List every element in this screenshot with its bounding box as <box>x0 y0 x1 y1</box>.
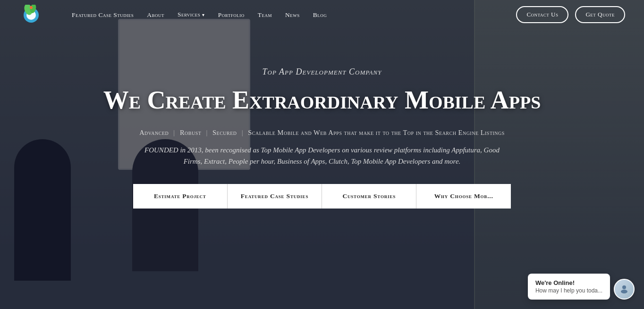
tagline-robust: Robust <box>180 129 201 136</box>
hero-title: We Create Extraordinary Mobile Apps <box>19 85 625 115</box>
logo-icon <box>19 5 43 25</box>
svg-point-5 <box>622 285 626 289</box>
separator-2: | <box>206 129 210 136</box>
nav-link-blog[interactable]: Blog <box>313 11 327 18</box>
nav-action-buttons: Contact Us Get Quote <box>516 6 625 23</box>
nav-item-services[interactable]: Services ▾ <box>178 11 205 18</box>
get-quote-button[interactable]: Get Quote <box>575 6 625 23</box>
chat-widget[interactable]: We're Online! How may I help you toda... <box>528 274 635 300</box>
nav-link-services[interactable]: Services ▾ <box>178 11 205 18</box>
nav-item-news[interactable]: News <box>285 10 300 19</box>
chat-bubble: We're Online! How may I help you toda... <box>528 274 610 300</box>
nav-link-team[interactable]: Team <box>258 11 272 18</box>
chat-avatar[interactable] <box>614 279 635 300</box>
chevron-down-icon: ▾ <box>202 12 205 17</box>
hero-tagline: Advanced | Robust | Secured | Scalable M… <box>19 129 625 137</box>
tagline-secured: Secured <box>212 129 237 136</box>
nav-item-featured[interactable]: Featured Case Studies <box>72 10 134 19</box>
separator-3: | <box>242 129 246 136</box>
nav-link-news[interactable]: News <box>285 11 300 18</box>
nav-item-about[interactable]: About <box>147 10 164 19</box>
hero-description: FOUNDED in 2013, been recognised as Top … <box>138 144 506 167</box>
tagline-advanced: Advanced <box>139 129 169 136</box>
nav-links-list: Featured Case Studies About Services ▾ P… <box>72 10 516 19</box>
nav-item-portfolio[interactable]: Portfolio <box>218 10 245 19</box>
cta-buttons-row: Estimate Project Featured Case Studies C… <box>0 184 644 209</box>
nav-link-portfolio[interactable]: Portfolio <box>218 11 245 18</box>
logo[interactable] <box>19 5 43 25</box>
why-choose-button[interactable]: Why Choose Mob... <box>416 184 511 209</box>
nav-link-about[interactable]: About <box>147 11 164 18</box>
hero-subtitle: Top App Development Company <box>19 67 625 77</box>
separator-1: | <box>173 129 177 136</box>
featured-case-studies-button[interactable]: Featured Case Studies <box>228 184 322 209</box>
nav-link-featured[interactable]: Featured Case Studies <box>72 11 134 18</box>
contact-us-button[interactable]: Contact Us <box>516 6 568 23</box>
tagline-scalable: Scalable Mobile and Web Apps that make i… <box>248 129 505 136</box>
estimate-project-button[interactable]: Estimate Project <box>133 184 228 209</box>
hero-section: Top App Development Company We Create Ex… <box>0 29 644 167</box>
chat-online-status: We're Online! <box>535 279 602 286</box>
nav-item-blog[interactable]: Blog <box>313 10 327 19</box>
customer-stories-button[interactable]: Customer Stories <box>322 184 416 209</box>
svg-point-6 <box>621 290 627 293</box>
main-nav: Featured Case Studies About Services ▾ P… <box>0 0 644 29</box>
chat-help-text: How may I help you toda... <box>535 287 602 294</box>
chat-icon <box>619 284 630 295</box>
svg-point-4 <box>30 6 33 9</box>
nav-item-team[interactable]: Team <box>258 10 272 19</box>
